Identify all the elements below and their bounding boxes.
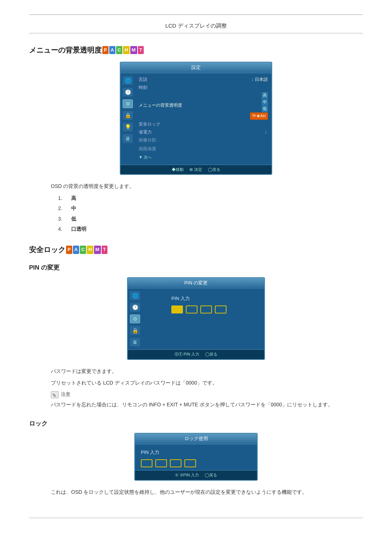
osd1-row-lang: 言語 ：日本語 bbox=[139, 76, 268, 83]
pin-icon-1: 🌐 bbox=[130, 291, 140, 300]
osd1-box: 設定 🌐 🕐 ⚙ 🔒 💡 🖥 言語 ：日本語 bbox=[120, 62, 272, 175]
pin-osd-box: PIN の変更 🌐 🕐 ⚙ 🔒 🖥 PIN 入力 bbox=[127, 277, 265, 360]
badge-p-1: P bbox=[102, 46, 109, 54]
badge-m-2: M bbox=[94, 246, 101, 254]
lock-pin-sq-2 bbox=[155, 459, 167, 467]
note-icon bbox=[51, 391, 59, 398]
pin-osd-footer: ⓪① PIN 入力 ◯戻る bbox=[128, 349, 264, 359]
badge-c-1: C bbox=[116, 46, 122, 54]
osd1-val-power: ： bbox=[264, 129, 268, 136]
lock-footer-input: ① ②PIN 入力 bbox=[175, 472, 199, 479]
lock-footer-back: ◯戻る bbox=[205, 472, 217, 479]
lock-pin-sq-3 bbox=[170, 459, 181, 467]
list-val-1: 高 bbox=[71, 194, 76, 202]
badge-a-2: A bbox=[73, 246, 79, 254]
osd1-label-time: 時刻 bbox=[139, 84, 147, 91]
note-text-content: パスワードを忘れた場合には、リモコンの INFO + EXIT + MUTE ボ… bbox=[51, 402, 333, 407]
list-item-1: 1. 高 bbox=[58, 194, 363, 202]
osd1-container: 設定 🌐 🕐 ⚙ 🔒 💡 🖥 言語 ：日本語 bbox=[29, 62, 363, 175]
list-item-3: 3. 低 bbox=[58, 215, 363, 223]
section2-text1: パスワードは変更できます。 bbox=[51, 367, 363, 375]
lock-pin-squares bbox=[141, 459, 251, 467]
lock-osd-box: ロック使用 PIN 入力 ① ②PIN 入力 ◯戻る bbox=[134, 433, 258, 480]
pin-label: PIN 入力 bbox=[171, 295, 226, 303]
pin-icon-5: 🖥 bbox=[130, 338, 140, 346]
list-item-2: 2. 中 bbox=[58, 204, 363, 212]
badge-c-2: C bbox=[80, 246, 86, 254]
pin-osd-container: PIN の変更 🌐 🕐 ⚙ 🔒 🖥 PIN 入力 bbox=[29, 277, 363, 360]
lock-pin-label: PIN 入力 bbox=[141, 449, 251, 456]
osd1-body: 🌐 🕐 ⚙ 🔒 💡 🖥 言語 ：日本語 時刻 bbox=[121, 73, 271, 165]
osd1-icon-5: 💡 bbox=[123, 123, 133, 131]
osd1-footer-ok: ⊞ 決定 bbox=[189, 167, 202, 173]
pin-icon-3: ⚙ bbox=[130, 315, 140, 323]
page-content: LCD ディスプレイの調整 メニューの背景透明度 P A C H M T 設定 … bbox=[0, 0, 392, 540]
pin-osd-body: 🌐 🕐 ⚙ 🔒 🖥 PIN 入力 bbox=[128, 288, 264, 349]
top-rule bbox=[29, 15, 363, 15]
osd1-row-trans: メニューの背景透明度 高 中 低 中★AH bbox=[139, 92, 268, 119]
badge-a-1: A bbox=[109, 46, 115, 54]
badge-t-2: T bbox=[102, 246, 107, 254]
list-val-3: 低 bbox=[71, 215, 76, 223]
osd1-footer: ◆移動 ⊞ 決定 ◯戻る bbox=[121, 165, 271, 175]
badge-h-2: H bbox=[87, 246, 93, 254]
lock-pin-sq-4 bbox=[184, 459, 196, 467]
osd1-icon-3: ⚙ bbox=[123, 99, 133, 108]
pin-icon-4: 🔒 bbox=[130, 326, 140, 335]
osd1-icon-6: 🖥 bbox=[123, 134, 133, 143]
section2-heading: 安全ロック P A C H M T bbox=[29, 244, 363, 255]
pin-sq-4 bbox=[215, 305, 226, 313]
note-body: パスワードを忘れた場合には、リモコンの INFO + EXIT + MUTE ボ… bbox=[51, 401, 363, 409]
pin-squares bbox=[171, 305, 226, 313]
section3-heading: ロック bbox=[29, 419, 363, 428]
osd1-label-protect: 画面保護 bbox=[139, 145, 156, 152]
lock-osd-titlebar: ロック使用 bbox=[135, 434, 257, 444]
badge-m-1: M bbox=[130, 46, 137, 54]
page-title: LCD ディスプレイの調整 bbox=[29, 21, 363, 30]
section3-description: これは、OSD をロックして設定状態を維持し、他のユーザーが現在の設定を変更でき… bbox=[51, 488, 363, 496]
osd1-sel-bar: 中★AH bbox=[250, 112, 268, 120]
pin-osd-titlebar: PIN の変更 bbox=[128, 278, 264, 289]
osd1-footer-back: ◯戻る bbox=[208, 167, 220, 173]
title-rule bbox=[29, 33, 363, 33]
osd1-icon-2: 🕐 bbox=[123, 88, 133, 97]
osd1-label-power: 省電力 bbox=[139, 129, 152, 136]
osd1-label-lock: 安全ロック bbox=[139, 121, 160, 128]
section1-heading-text: メニューの背景透明度 bbox=[29, 44, 102, 56]
pin-osd-icons: 🌐 🕐 ⚙ 🔒 🖥 bbox=[128, 288, 142, 349]
badge-p-2: P bbox=[66, 246, 72, 254]
osd1-label-split: 画像分割 bbox=[139, 137, 156, 144]
list-num-3: 3. bbox=[58, 215, 65, 223]
list-item-4: 4. 口透明 bbox=[58, 225, 363, 233]
list-num-1: 1. bbox=[58, 194, 65, 202]
pin-osd-content: PIN 入力 bbox=[142, 288, 234, 349]
osd1-row-power: 省電力 ： bbox=[139, 129, 268, 136]
badge-h-1: H bbox=[123, 46, 129, 54]
bottom-rule bbox=[29, 518, 363, 518]
osd1-val-lang: ：日本語 bbox=[250, 76, 268, 83]
osd1-content: 言語 ：日本語 時刻 メニューの背景透明度 高 中 低 中★AH bbox=[135, 73, 271, 165]
osd1-icons: 🌐 🕐 ⚙ 🔒 💡 🖥 bbox=[121, 73, 135, 165]
pin-footer-back: ◯戻る bbox=[205, 351, 217, 358]
pin-sq-3 bbox=[200, 305, 212, 313]
osd1-icon-1: 🌐 bbox=[123, 76, 133, 85]
section2-text2: プリセットされている LCD ディスプレイのパスワードは「0000」です。 bbox=[51, 379, 363, 387]
osd1-icon-4: 🔒 bbox=[123, 111, 133, 120]
pin-sq-2 bbox=[186, 305, 197, 313]
note-row: 注意 bbox=[51, 391, 363, 398]
lock-osd-content: PIN 入力 bbox=[135, 444, 257, 470]
osd1-titlebar: 設定 bbox=[121, 62, 271, 73]
lock-pin-sq-1 bbox=[141, 459, 152, 467]
section2-heading-text: 安全ロック bbox=[29, 244, 65, 255]
osd1-row-lock: 安全ロック bbox=[139, 121, 268, 128]
osd1-row-next: ▼ 次へ bbox=[139, 154, 268, 161]
pin-change-heading: PIN の変更 bbox=[29, 263, 363, 272]
lock-osd-container: ロック使用 PIN 入力 ① ②PIN 入力 ◯戻る bbox=[29, 433, 363, 480]
osd1-label-trans: メニューの背景透明度 bbox=[139, 102, 182, 109]
osd1-row-split: 画像分割 bbox=[139, 137, 268, 144]
osd1-row-protect: 画面保護 bbox=[139, 145, 268, 153]
list-val-4: 口透明 bbox=[71, 225, 86, 233]
badge-t-1: T bbox=[138, 46, 144, 54]
osd1-label-lang: 言語 bbox=[139, 76, 147, 83]
list-val-2: 中 bbox=[71, 204, 76, 212]
